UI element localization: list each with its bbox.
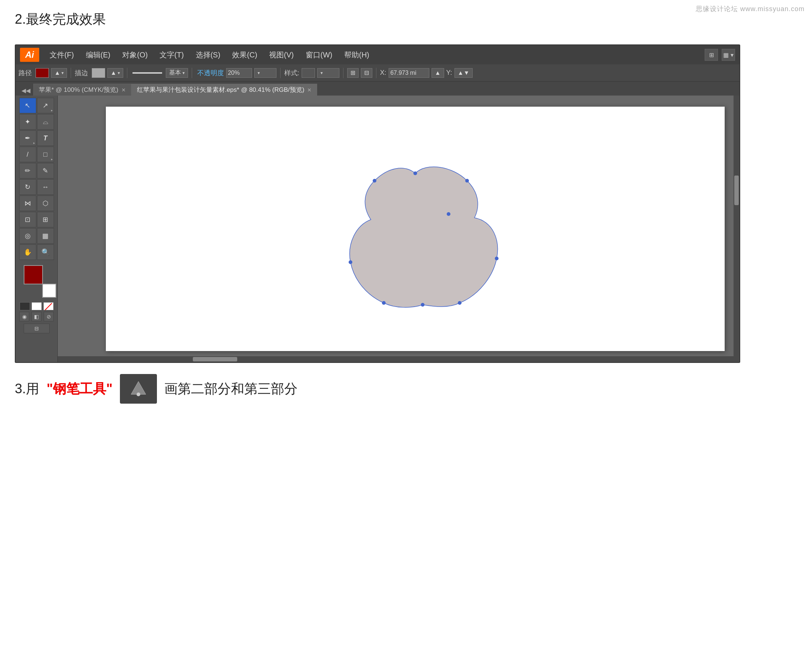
fill-dropdown[interactable]: ▲▾ xyxy=(51,68,67,78)
direct-selection-tool[interactable]: ↗▸ xyxy=(37,98,54,113)
style-box[interactable] xyxy=(302,68,315,78)
line-tool[interactable]: / xyxy=(19,147,36,162)
anchor-top-right xyxy=(465,179,469,183)
stroke-color-box[interactable] xyxy=(92,68,105,78)
svg-point-1 xyxy=(137,393,140,396)
tab-apple[interactable]: 苹果* @ 100% (CMYK/预览) ✕ xyxy=(33,84,131,96)
stroke-style-dropdown[interactable]: 基本▾ xyxy=(166,68,188,78)
anchor-left xyxy=(349,260,353,264)
anchor-bottom-center xyxy=(421,303,424,307)
layers-btn[interactable]: ⊟ xyxy=(24,324,50,333)
align-btn[interactable]: ⊟ xyxy=(361,68,372,78)
none-mode-btn[interactable]: ⊘ xyxy=(44,312,53,321)
warp-tool[interactable]: ⋈ xyxy=(19,196,36,211)
pen-tool-icon xyxy=(120,374,157,403)
scroll-thumb-v[interactable] xyxy=(734,176,739,205)
apple-shape-svg xyxy=(323,140,508,318)
opacity-input[interactable] xyxy=(226,68,252,78)
zoom-tool[interactable]: 🔍 xyxy=(37,245,54,260)
rect-tool[interactable]: □▸ xyxy=(37,147,54,162)
hand-tool[interactable]: ✋ xyxy=(19,245,36,260)
section3-highlight: "钢笔工具" xyxy=(47,380,113,398)
free-transform-tool[interactable]: ⊡ xyxy=(19,212,36,228)
pen-tool[interactable]: ✒▸ xyxy=(19,130,36,146)
tab-panel-arrow[interactable]: ◀◀ xyxy=(18,87,33,94)
menu-file[interactable]: 文件(F) xyxy=(44,48,80,62)
anchor-top-left xyxy=(373,179,376,183)
menu-help[interactable]: 帮助(H) xyxy=(338,48,375,62)
toolbar-sep1 xyxy=(71,68,71,78)
canvas-page xyxy=(106,107,725,351)
gradient-swatch-btn[interactable]: ◧ xyxy=(32,312,41,321)
workspace-icon-btn[interactable]: ▦ ▾ xyxy=(722,49,735,61)
color-mode-btn[interactable]: ◉ xyxy=(19,312,29,321)
anchor-right xyxy=(495,257,499,260)
toolbar-sep6 xyxy=(376,68,376,78)
tab-close-apple[interactable]: ✕ xyxy=(121,87,126,93)
menu-effect[interactable]: 效果(C) xyxy=(226,48,263,62)
anchor-top-center xyxy=(414,171,417,175)
tools-row-2: ✦ ⌓ xyxy=(17,114,56,130)
apple-shape-container xyxy=(323,140,508,318)
ai-logo: Ai xyxy=(20,48,39,62)
swatch-row-bottom xyxy=(19,302,53,310)
rotate-tool[interactable]: ↻ xyxy=(19,179,36,195)
menu-text[interactable]: 文字(T) xyxy=(154,48,190,62)
tools-row-8: ⊡ ⊞ xyxy=(17,212,56,228)
coord-arrows[interactable]: ▲▼ xyxy=(455,68,473,78)
reflect-tool[interactable]: ↔ xyxy=(37,179,54,195)
style-dropdown[interactable]: ▾ xyxy=(317,68,339,78)
tab-close-redjuice[interactable]: ✕ xyxy=(307,87,311,93)
color-swatches: ◉ ◧ ⊘ ⊟ xyxy=(17,264,56,333)
fill-color-box[interactable] xyxy=(35,68,49,78)
background-swatch[interactable] xyxy=(42,284,56,298)
tools-row-3: ✒▸ T xyxy=(17,130,56,146)
section3-suffix: 画第二部分和第三部分 xyxy=(164,380,298,398)
tools-row-5: ✏ ✎ xyxy=(17,163,56,179)
menu-edit[interactable]: 编辑(E) xyxy=(80,48,117,62)
canvas-area[interactable] xyxy=(58,96,739,362)
foreground-swatch[interactable] xyxy=(24,265,43,284)
menu-icons: ⊞ ▦ ▾ xyxy=(705,49,735,61)
menu-select[interactable]: 选择(S) xyxy=(190,48,226,62)
opacity-dropdown[interactable]: ▾ xyxy=(254,68,276,78)
scrollbar-vertical[interactable] xyxy=(734,96,739,362)
none-swatch[interactable] xyxy=(43,302,53,310)
graph-tool1[interactable]: ◎ xyxy=(19,228,36,244)
menu-window[interactable]: 窗口(W) xyxy=(300,48,338,62)
stroke-line xyxy=(133,72,162,74)
graph-tool2[interactable]: ▦ xyxy=(37,228,54,244)
lasso-tool[interactable]: ⌓ xyxy=(37,114,54,130)
style-label: 样式: xyxy=(284,69,299,77)
section3-prefix: 3.用 xyxy=(15,380,39,398)
stroke-dropdown[interactable]: ▲▾ xyxy=(107,68,123,78)
coord-up[interactable]: ▲ xyxy=(432,68,444,78)
grid-btn[interactable]: ⊞ xyxy=(347,68,359,78)
scale-tool[interactable]: ⬡ xyxy=(37,196,54,211)
menu-object[interactable]: 对象(O) xyxy=(116,48,154,62)
magic-wand-tool[interactable]: ✦ xyxy=(19,114,36,130)
ai-window: Ai 文件(F) 编辑(E) 对象(O) 文字(T) 选择(S) 效果(C) 视… xyxy=(15,44,740,363)
x-coord[interactable]: 67.973 mi xyxy=(389,68,429,78)
black-swatch[interactable] xyxy=(20,302,30,310)
opacity-label: 不透明度 xyxy=(197,69,224,77)
toolbar-sep3 xyxy=(192,68,192,78)
pencil-tool[interactable]: ✎ xyxy=(37,163,54,179)
scroll-thumb-h[interactable] xyxy=(193,357,237,361)
tools-row-7: ⋈ ⬡ xyxy=(17,196,56,211)
toolbar-sep5 xyxy=(343,68,343,78)
arrange-icon-btn[interactable]: ⊞ xyxy=(705,49,718,61)
white-swatch[interactable] xyxy=(32,302,42,310)
text-tool[interactable]: T xyxy=(37,130,54,146)
menu-view[interactable]: 视图(V) xyxy=(263,48,300,62)
selection-tool[interactable]: ↖ xyxy=(19,98,36,113)
scrollbar-horizontal[interactable] xyxy=(58,356,734,362)
section3: 3.用 "钢笔工具" 画第二部分和第三部分 xyxy=(15,374,298,403)
symbol-tool[interactable]: ⊞ xyxy=(37,212,54,228)
tools-bottom-row: ◉ ◧ ⊘ xyxy=(19,312,53,321)
tools-row-9: ◎ ▦ xyxy=(17,228,56,244)
tools-row-6: ↻ ↔ xyxy=(17,179,56,195)
tab-redjuice[interactable]: 红苹果与果汁包装设计矢量素材.eps* @ 80.41% (RGB/预览) ✕ xyxy=(131,84,317,96)
section2-heading: 2.最终完成效果 xyxy=(15,11,106,29)
brush-tool[interactable]: ✏ xyxy=(19,163,36,179)
